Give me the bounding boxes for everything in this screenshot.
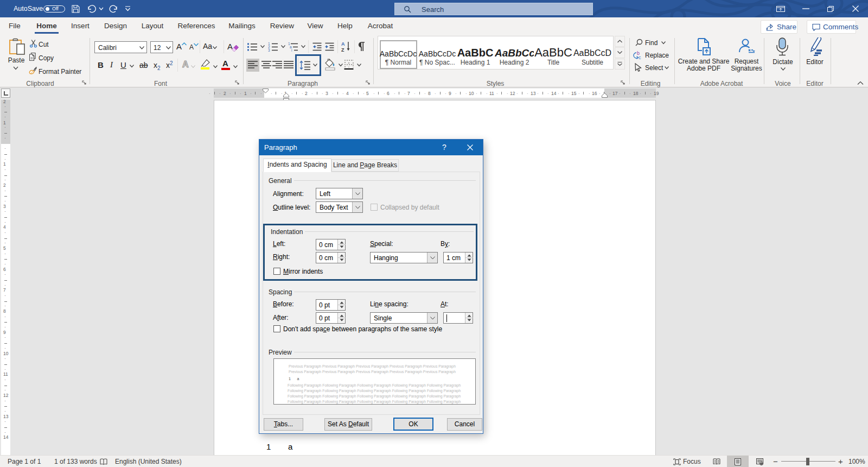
svg-text:c: c (639, 55, 641, 60)
svg-text:Z: Z (341, 47, 344, 52)
svg-text:3: 3 (268, 48, 270, 52)
svg-text:i: i (291, 48, 292, 52)
svg-text:A: A (341, 41, 345, 47)
